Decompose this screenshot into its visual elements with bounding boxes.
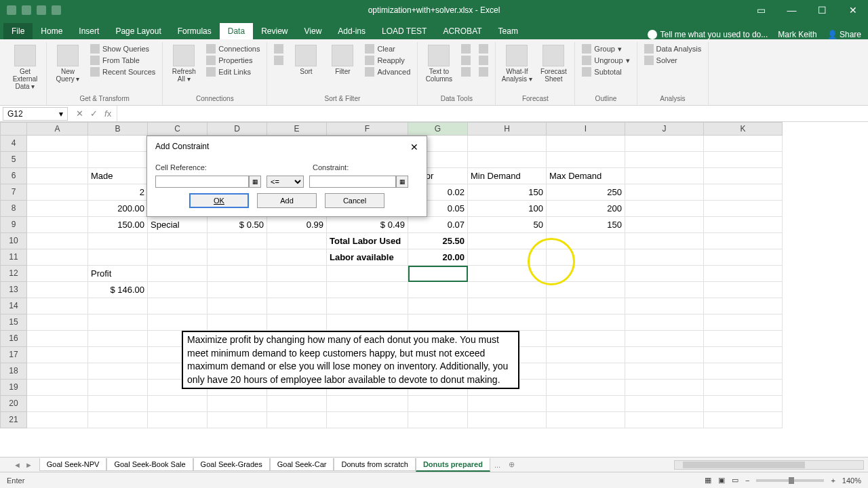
cell[interactable]: [408, 412, 468, 428]
cell[interactable]: [208, 412, 267, 428]
cell[interactable]: [327, 298, 408, 314]
cell[interactable]: [148, 233, 208, 249]
row-header[interactable]: 6: [0, 168, 27, 184]
advanced-button[interactable]: Advanced: [362, 66, 413, 77]
tab-load-test[interactable]: LOAD TEST: [374, 23, 435, 39]
tab-page-layout[interactable]: Page Layout: [107, 23, 169, 39]
sheet-more[interactable]: ...: [490, 461, 505, 469]
cell[interactable]: Special: [148, 217, 208, 233]
column-header[interactable]: B: [88, 122, 148, 136]
view-normal-icon[interactable]: ▦: [705, 476, 711, 485]
row-header[interactable]: 13: [0, 282, 27, 298]
cell[interactable]: [27, 136, 88, 152]
cell[interactable]: [88, 331, 148, 347]
cell[interactable]: [27, 347, 88, 363]
cell[interactable]: [547, 233, 625, 249]
ok-button[interactable]: OK: [189, 193, 249, 208]
close-button[interactable]: ✕: [837, 0, 868, 20]
cell[interactable]: [27, 412, 88, 428]
clear-button[interactable]: Clear: [362, 43, 413, 54]
cell[interactable]: [408, 298, 468, 314]
cell[interactable]: [27, 331, 88, 347]
cell[interactable]: [547, 412, 625, 428]
cell[interactable]: [547, 282, 625, 298]
cell[interactable]: 150.00: [88, 217, 148, 233]
dialog-close-button[interactable]: ✕: [410, 142, 418, 152]
cell[interactable]: $ 146.00: [88, 282, 148, 298]
column-header[interactable]: A: [27, 122, 88, 136]
cell[interactable]: [547, 266, 625, 282]
cell[interactable]: Labor available: [327, 249, 408, 266]
recent-sources-button[interactable]: Recent Sources: [87, 66, 158, 77]
cell[interactable]: [148, 282, 208, 298]
cell[interactable]: [704, 363, 783, 380]
cancel-button[interactable]: Cancel: [325, 193, 384, 208]
refresh-all-button[interactable]: Refresh All ▾: [167, 43, 201, 84]
horizontal-scrollbar[interactable]: [674, 460, 864, 470]
cell[interactable]: [547, 298, 625, 314]
cell[interactable]: [88, 152, 148, 168]
consolidate-button[interactable]: [476, 43, 491, 54]
cell[interactable]: [148, 412, 208, 428]
cell[interactable]: [704, 347, 783, 363]
cell[interactable]: [704, 331, 783, 347]
cell[interactable]: [27, 152, 88, 168]
view-break-icon[interactable]: ▭: [732, 476, 738, 485]
cell[interactable]: [88, 412, 148, 428]
row-header[interactable]: 9: [0, 217, 27, 233]
properties-button[interactable]: Properties: [203, 55, 262, 66]
share-button[interactable]: 👤 Share: [827, 30, 861, 39]
get-external-data-button[interactable]: Get External Data ▾: [8, 43, 42, 92]
range-picker-icon[interactable]: ▦: [396, 176, 408, 188]
cell[interactable]: [267, 266, 327, 282]
cell[interactable]: 200: [547, 201, 625, 217]
cell[interactable]: [208, 233, 267, 249]
cell[interactable]: [704, 233, 783, 249]
zoom-slider[interactable]: [756, 479, 824, 482]
cell[interactable]: [148, 266, 208, 282]
cell[interactable]: [148, 249, 208, 266]
cell[interactable]: [327, 412, 408, 428]
sort-button[interactable]: Sort: [289, 43, 323, 77]
cell[interactable]: [468, 152, 547, 168]
cell[interactable]: [625, 201, 704, 217]
row-header[interactable]: 17: [0, 347, 27, 363]
cell[interactable]: [704, 266, 783, 282]
accept-formula-icon[interactable]: ✓: [90, 108, 98, 119]
cell[interactable]: [468, 298, 547, 314]
cell[interactable]: [267, 396, 327, 412]
cell[interactable]: [327, 396, 408, 412]
redo-icon[interactable]: [37, 5, 46, 15]
cell[interactable]: [27, 266, 88, 282]
tab-review[interactable]: Review: [253, 23, 296, 39]
cell[interactable]: [208, 298, 267, 314]
column-header[interactable]: K: [704, 122, 783, 136]
cell[interactable]: [704, 396, 783, 412]
operator-select[interactable]: <=: [267, 176, 304, 188]
cell[interactable]: [704, 412, 783, 428]
column-header[interactable]: I: [547, 122, 625, 136]
cell[interactable]: [327, 282, 408, 298]
cell[interactable]: [468, 233, 547, 249]
cell[interactable]: [468, 396, 547, 412]
from-table-button[interactable]: From Table: [87, 55, 158, 66]
cell[interactable]: [88, 314, 148, 331]
cell[interactable]: [547, 152, 625, 168]
tab-acrobat[interactable]: ACROBAT: [435, 23, 490, 39]
cell[interactable]: [547, 314, 625, 331]
cell[interactable]: [148, 396, 208, 412]
cell[interactable]: [408, 266, 468, 282]
cell[interactable]: [208, 266, 267, 282]
cell[interactable]: [27, 314, 88, 331]
cell[interactable]: [27, 298, 88, 314]
whatif-button[interactable]: What-If Analysis ▾: [500, 43, 534, 84]
connections-button[interactable]: Connections: [203, 43, 262, 54]
cell[interactable]: [88, 396, 148, 412]
zoom-out-button[interactable]: −: [745, 476, 749, 485]
cell[interactable]: [468, 249, 547, 266]
cell[interactable]: [267, 233, 327, 249]
ribbon-options-icon[interactable]: ▭: [746, 0, 776, 20]
ungroup-button[interactable]: Ungroup ▾: [579, 55, 632, 66]
cell[interactable]: [27, 184, 88, 201]
cell[interactable]: $ 0.49: [327, 217, 408, 233]
